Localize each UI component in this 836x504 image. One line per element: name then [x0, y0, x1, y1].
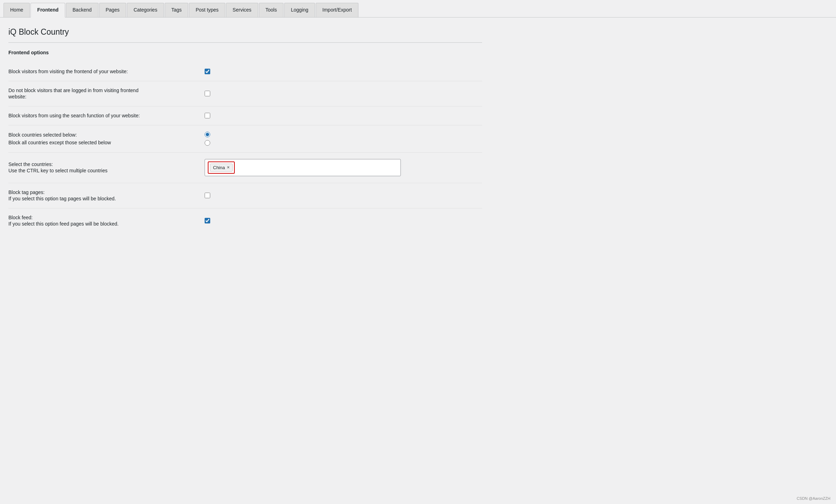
option-label-block-visitors-frontend: Block visitors from visiting the fronten…	[8, 62, 198, 81]
remove-country-btn[interactable]: ×	[227, 165, 229, 170]
option-row-no-block-logged-in: Do not block visitors that are logged in…	[8, 81, 482, 106]
option-label-block-feed: Block feed:If you select this option fee…	[8, 208, 198, 233]
option-row-block-search: Block visitors from using the search fun…	[8, 106, 482, 125]
option-label-no-block-logged-in: Do not block visitors that are logged in…	[8, 81, 198, 106]
option-label-block-mode: Block countries selected below:Block all…	[8, 125, 198, 152]
options-table: Block visitors from visiting the fronten…	[8, 62, 482, 233]
option-label-block-search: Block visitors from using the search fun…	[8, 106, 198, 125]
radio-block-mode-0[interactable]	[205, 132, 210, 137]
option-row-block-visitors-frontend: Block visitors from visiting the fronten…	[8, 62, 482, 81]
country-name: China	[213, 165, 225, 170]
option-control-block-mode[interactable]	[198, 125, 482, 152]
option-control-no-block-logged-in[interactable]	[198, 81, 482, 106]
option-label-select-countries: Select the countries:Use the CTRL key to…	[8, 153, 198, 182]
tab-frontend[interactable]: Frontend	[30, 3, 65, 18]
tab-navigation: HomeFrontendBackendPagesCategoriesTagsPo…	[0, 0, 836, 18]
option-control-block-visitors-frontend[interactable]	[198, 62, 482, 81]
radio-group-block-mode	[205, 132, 482, 146]
option-control-block-search[interactable]	[198, 106, 482, 125]
option-label-block-tag-pages: Block tag pages:If you select this optio…	[8, 183, 198, 208]
checkbox-wrapper-block-tag-pages	[205, 193, 482, 198]
option-row-block-mode: Block countries selected below:Block all…	[8, 125, 482, 152]
checkbox-no-block-logged-in[interactable]	[205, 91, 210, 96]
checkbox-block-search[interactable]	[205, 113, 210, 118]
checkbox-wrapper-block-search	[205, 113, 482, 118]
option-control-block-tag-pages[interactable]	[198, 183, 482, 208]
checkbox-wrapper-no-block-logged-in	[205, 91, 482, 96]
tab-pages[interactable]: Pages	[99, 3, 126, 17]
option-row-block-tag-pages: Block tag pages:If you select this optio…	[8, 183, 482, 208]
tab-post-types[interactable]: Post types	[189, 3, 225, 17]
divider	[8, 42, 482, 43]
countries-input-area[interactable]: China×	[205, 159, 401, 176]
tab-tools[interactable]: Tools	[259, 3, 284, 17]
tab-import-export[interactable]: Import/Export	[316, 3, 358, 17]
tab-home[interactable]: Home	[4, 3, 30, 17]
radio-item-block-mode-1	[205, 140, 482, 146]
page-title: iQ Block Country	[8, 27, 482, 37]
radio-item-block-mode-0	[205, 132, 482, 137]
option-row-block-feed: Block feed:If you select this option fee…	[8, 208, 482, 233]
footer-note: CSDN @AaronZZH	[797, 496, 830, 500]
main-content: iQ Block Country Frontend options Block …	[0, 18, 491, 240]
option-control-select-countries[interactable]: China×	[198, 153, 482, 182]
radio-block-mode-1[interactable]	[205, 140, 210, 146]
tab-categories[interactable]: Categories	[127, 3, 164, 17]
checkbox-wrapper-block-feed	[205, 218, 482, 223]
checkbox-block-visitors-frontend[interactable]	[205, 69, 210, 74]
tab-logging[interactable]: Logging	[284, 3, 315, 17]
checkbox-block-tag-pages[interactable]	[205, 193, 210, 198]
tab-services[interactable]: Services	[226, 3, 258, 17]
checkbox-wrapper-block-visitors-frontend	[205, 69, 482, 74]
checkbox-block-feed[interactable]	[205, 218, 210, 223]
countries-highlight: China×	[208, 161, 235, 174]
option-row-select-countries: Select the countries:Use the CTRL key to…	[8, 153, 482, 182]
tab-tags[interactable]: Tags	[165, 3, 189, 17]
tab-backend[interactable]: Backend	[66, 3, 98, 17]
section-title: Frontend options	[8, 50, 482, 55]
option-control-block-feed[interactable]	[198, 208, 482, 233]
country-tag-china: China×	[210, 164, 233, 172]
